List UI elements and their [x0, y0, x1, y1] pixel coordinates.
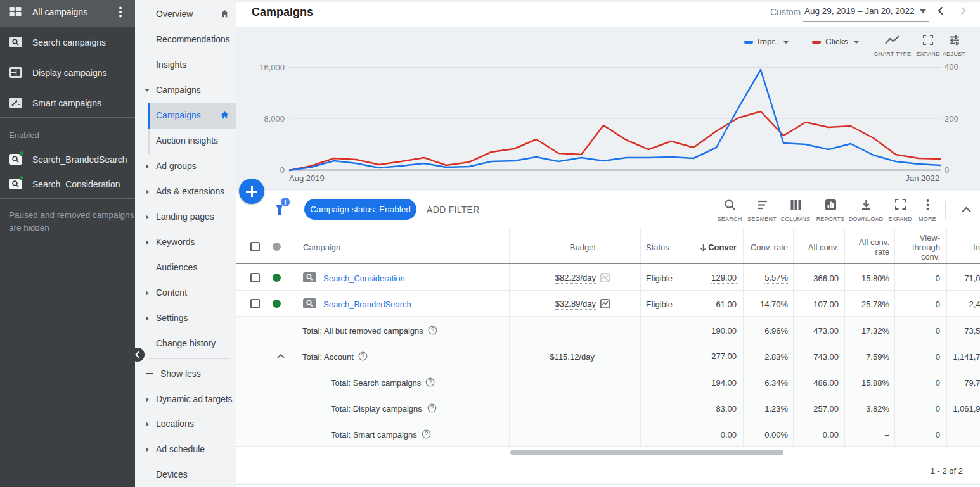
svg-text:?: ? — [425, 431, 429, 438]
svg-text:?: ? — [361, 353, 365, 360]
svg-text:?: ? — [430, 405, 434, 412]
svg-text:?: ? — [429, 379, 432, 386]
svg-text:?: ? — [431, 327, 435, 334]
